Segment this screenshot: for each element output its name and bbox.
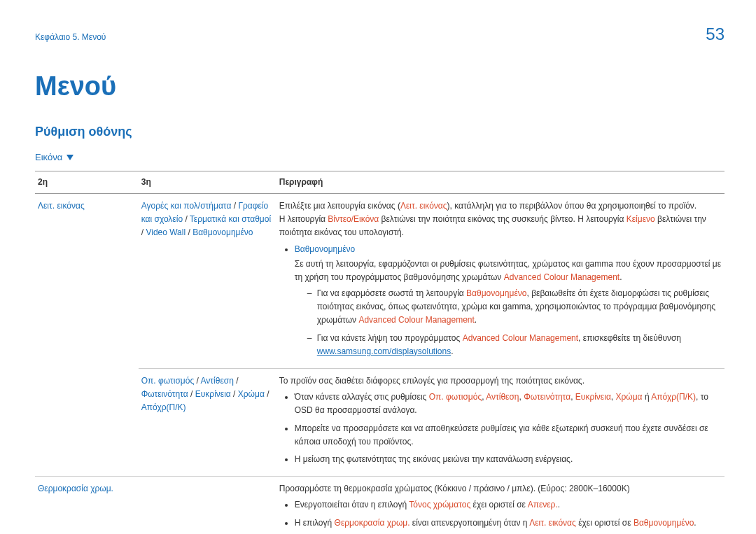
t: Βαθμονομημένο: [634, 518, 694, 528]
t: .: [451, 346, 453, 356]
t: ,: [570, 392, 575, 402]
opt-calibrated: Βαθμονομημένο: [192, 227, 253, 237]
calibrated-block: Βαθμονομημένο Σε αυτή τη λειτουργία, εφα…: [295, 243, 722, 359]
opt-shops: Αγορές και πολ/στήματα: [141, 201, 232, 211]
t: έχει οριστεί σε: [576, 518, 634, 528]
t: Λειτ. εικόνας: [400, 201, 447, 211]
opt-colour: Χρώμα: [238, 389, 265, 399]
desc-p1: Επιλέξτε μια λειτουργία εικόνας (Λειτ. ε…: [279, 199, 722, 213]
t: ), κατάλληλη για το περιβάλλον όπου θα χ…: [447, 201, 697, 211]
col-3rd: 3η: [139, 171, 276, 193]
row-picture-adjust: Οπ. φωτισμός / Αντίθεση / Φωτεινότητα / …: [35, 369, 724, 477]
t: βελτιώνει την ποιότητα εικόνας της συσκε…: [379, 214, 626, 224]
page-number: 53: [706, 21, 724, 48]
opt-terminals: Τερματικά και σταθμοί: [190, 214, 271, 224]
t: .: [694, 518, 696, 528]
ct-b2: Η επιλογή Θερμοκρασία χρωμ. είναι απενερ…: [295, 517, 722, 530]
adjust-b2: Μπορείτε να προσαρμόσετε και να αποθηκεύ…: [295, 422, 722, 449]
sep: /: [186, 227, 192, 237]
t: είναι απενεργοποιημένη όταν η: [410, 518, 530, 528]
col-2nd: 2η: [35, 171, 139, 193]
row-picture-mode: Λειτ. εικόνας Αγορές και πολ/στήματα / Γ…: [35, 193, 724, 368]
t: Ενεργοποιείται όταν η επιλογή: [295, 500, 410, 510]
desc-p2: Η λειτουργία Βίντεο/Εικόνα βελτιώνει την…: [279, 213, 722, 239]
t: Κείμενο: [626, 214, 655, 224]
t: Λειτ. εικόνας: [529, 518, 576, 528]
opt-sharpness: Ευκρίνεια: [195, 389, 231, 399]
section-heading: Ρύθμιση οθόνης: [35, 122, 724, 142]
t: .: [475, 315, 477, 325]
subsection-label: Εικόνα: [35, 150, 62, 165]
t: Βίντεο/Εικόνα: [328, 214, 379, 224]
adjust-b1: Όταν κάνετε αλλαγές στις ρυθμίσεις Οπ. φ…: [295, 391, 722, 417]
subsection-row: Εικόνα: [35, 150, 724, 165]
t: έχει οριστεί σε: [470, 500, 527, 510]
menu-table: 2η 3η Περιγραφή Λειτ. εικόνας Αγορές και…: [35, 171, 724, 534]
t: Επιλέξτε μια λειτουργία εικόνας (: [279, 201, 400, 211]
t: , επισκεφθείτε τη διεύθυνση: [578, 333, 681, 343]
adjust-b3: Η μείωση της φωτεινότητας της εικόνας με…: [295, 453, 722, 466]
t: .: [620, 272, 622, 282]
t: .: [558, 500, 560, 510]
row-colour-temp: Θερμοκρασία χρωμ. Προσαρμόστε τη θερμοκρ…: [35, 477, 724, 534]
t: Απόχρ(Π/Κ): [651, 392, 696, 402]
t: ,: [611, 392, 616, 402]
page-title: Μενού: [35, 65, 724, 108]
adjust-p1: Το προϊόν σας διαθέτει διάφορες επιλογές…: [279, 374, 722, 388]
picture-mode-label: Λειτ. εικόνας: [38, 201, 85, 211]
opt-brightness: Φωτεινότητα: [141, 389, 188, 399]
t: Τόνος χρώματος: [409, 500, 470, 510]
opt-videowall: Video Wall: [146, 227, 186, 237]
t: Για να κάνετε λήψη του προγράμματος: [317, 333, 463, 343]
t: Φωτεινότητα: [524, 392, 570, 402]
t: Χρώμα: [616, 392, 643, 402]
opt-contrast: Αντίθεση: [201, 376, 234, 386]
col-desc: Περιγραφή: [276, 171, 724, 193]
samsung-link[interactable]: www.samsung.com/displaysolutions: [317, 346, 451, 356]
sep: /: [231, 201, 238, 211]
calibrated-sub1: Για να εφαρμόσετε σωστά τη λειτουργία Βα…: [307, 287, 722, 328]
t: Advanced Colour Management: [358, 315, 474, 325]
t: Η λειτουργία: [279, 214, 328, 224]
ct-b1: Ενεργοποιείται όταν η επιλογή Τόνος χρώμ…: [295, 498, 722, 512]
table-header-row: 2η 3η Περιγραφή: [35, 171, 724, 193]
sep: /: [231, 389, 238, 399]
t: Advanced Colour Management: [463, 333, 578, 343]
opt-tint: Απόχρ(Π/Κ): [141, 402, 186, 412]
sep: /: [234, 376, 239, 386]
sep: /: [265, 389, 270, 399]
ct-p1: Προσαρμόστε τη θερμοκρασία χρώματος (Κόκ…: [279, 482, 722, 496]
sep: /: [183, 214, 190, 224]
calibrated-text: Σε αυτή τη λειτουργία, εφαρμόζονται οι ρ…: [295, 258, 722, 284]
triangle-down-icon: [66, 155, 74, 160]
calibrated-label: Βαθμονομημένο: [295, 243, 722, 256]
t: Όταν κάνετε αλλαγές στις ρυθμίσεις: [295, 392, 429, 402]
t: Απενερ.: [528, 500, 558, 510]
sep: /: [188, 389, 195, 399]
chapter-label: Κεφάλαιο 5. Μενού: [35, 31, 106, 44]
t: ή: [643, 392, 652, 402]
t: Αντίθεση: [486, 392, 519, 402]
sep: /: [194, 376, 200, 386]
t: Advanced Colour Management: [504, 272, 620, 282]
calibrated-sub2: Για να κάνετε λήψη του προγράμματος Adva…: [307, 332, 722, 358]
t: Βαθμονομημένο: [466, 288, 526, 298]
t: Οπ. φωτισμός: [429, 392, 482, 402]
t: Η επιλογή: [295, 518, 335, 528]
t: Θερμοκρασία χρωμ.: [335, 518, 410, 528]
t: Για να εφαρμόσετε σωστά τη λειτουργία: [317, 288, 466, 298]
t: Ευκρίνεια: [575, 392, 611, 402]
opt-backlight: Οπ. φωτισμός: [141, 376, 194, 386]
colour-temp-label: Θερμοκρασία χρωμ.: [38, 484, 113, 493]
